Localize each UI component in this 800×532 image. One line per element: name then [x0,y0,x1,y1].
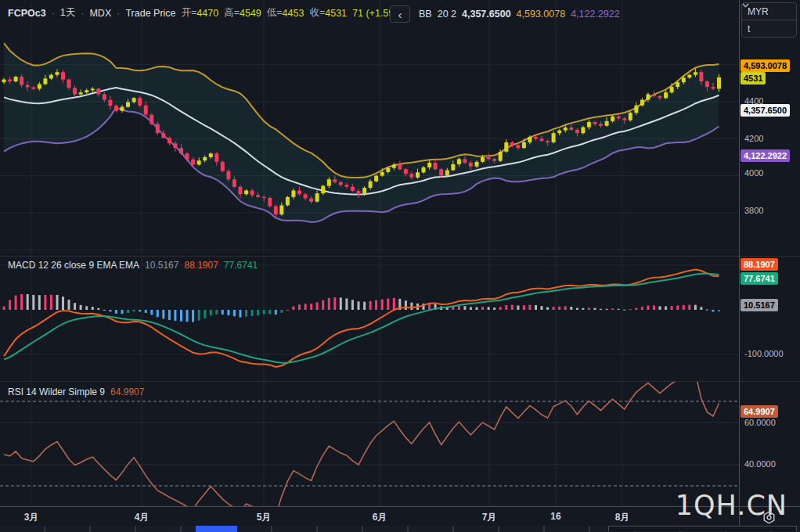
currency-value: MYR [748,6,769,17]
timeline-scrollbar[interactable] [0,526,800,532]
time-label: 3月 [24,511,39,524]
rsi-value: 64.9907 [110,386,144,397]
currency-selector[interactable]: MYR [742,3,796,20]
currency-unit-dropdown: MYR t [741,2,797,38]
time-label: 6月 [373,511,387,524]
bb-basis-value: 4,357.6500 [462,9,511,20]
price-axis-border [739,0,740,526]
bb-params: 20 2 [438,9,456,20]
main-legend: FCPOc3 · 1天 · MDX · Trade Price 开=4470 高… [8,6,406,20]
bb-lower-value: 4,122.2922 [571,9,620,20]
low-label: 低= [267,6,283,20]
last-price-badge: 4531 [741,72,766,84]
rsi-tick: 60.0000 [744,418,776,427]
price-tick: 4000 [744,168,763,178]
time-label: 8月 [615,511,630,524]
macd-indicator-name[interactable]: MACD 12 26 close 9 EMA EMA [8,260,139,271]
time-label: 5月 [257,511,272,524]
macd-legend: MACD 12 26 close 9 EMA EMA 10.5167 88.19… [8,260,258,271]
chart-canvas[interactable] [0,0,739,507]
series-type-label: Trade Price [125,8,175,19]
close-label: 收= [309,6,325,20]
pane-separator-macd[interactable] [0,256,800,257]
back-button[interactable]: ‹ [390,5,410,23]
open-label: 开= [182,6,197,20]
bb-indicator-name[interactable]: BB [419,9,432,20]
legend-separator: · [81,8,84,19]
low-value: 4453 [283,8,305,19]
bb-upper-price-badge: 4,593.0078 [741,59,790,72]
time-label: 7月 [482,511,497,524]
bb-basis-price-badge: 4,357.6500 [741,104,790,117]
unit-selector[interactable]: t [742,20,796,37]
settings-icon[interactable] [762,511,776,524]
pane-separator-rsi[interactable] [0,381,800,382]
chevron-down-icon [742,3,749,8]
symbol-name[interactable]: FCPOc3 [8,8,46,19]
time-label: 4月 [135,511,150,524]
macd-signal-badge: 77.6741 [741,272,778,285]
unit-value: t [748,23,750,34]
scrollbar-active-segment[interactable] [196,526,237,532]
open-value: 4470 [196,8,218,19]
legend-separator: · [117,8,120,19]
macd-hist-badge: 10.5167 [741,299,778,311]
macd-line-value: 88.1907 [184,260,218,271]
price-tick: 3800 [744,206,763,215]
macd-hist-value: 10.5167 [145,260,178,271]
macd-line-badge: 88.1907 [741,258,778,271]
exchange-label: MDX [89,8,111,19]
high-value: 4549 [240,8,261,19]
trading-chart-app: FCPOc3 · 1天 · MDX · Trade Price 开=4470 高… [0,0,800,532]
rsi-indicator-name[interactable]: RSI 14 Wilder Simple 9 [8,386,105,397]
rsi-tick: 40.0000 [744,459,776,469]
high-label: 高= [224,6,240,20]
macd-tick: -100.0000 [744,349,784,358]
macd-signal-value: 77.6741 [224,260,258,271]
rsi-badge: 64.9907 [741,405,778,418]
time-label: 16 [550,511,560,522]
bb-upper-value: 4,593.0078 [517,9,566,20]
price-tick: 4200 [744,134,763,143]
interval-label[interactable]: 1天 [60,6,75,20]
bb-lower-price-badge: 4,122.2922 [741,149,790,162]
legend-separator: · [52,8,55,19]
scrollbar-range-box[interactable] [608,526,797,531]
rsi-legend: RSI 14 Wilder Simple 9 64.9907 [8,386,144,397]
close-value: 4531 [325,8,347,19]
bb-legend: ‹ BB 20 2 4,357.6500 4,593.0078 4,122.29… [390,5,620,23]
